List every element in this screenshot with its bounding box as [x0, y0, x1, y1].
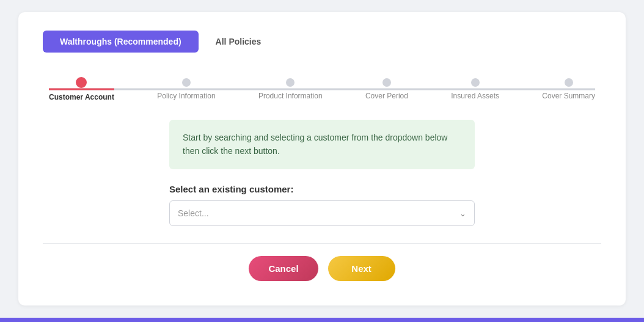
step-label-insured-assets: Insured Assets: [451, 92, 499, 100]
main-card: Walthroughs (Recommended) All Policies C…: [18, 12, 626, 306]
step-label-cover-summary: Cover Summary: [542, 92, 595, 100]
step-label-customer-account: Customer Account: [49, 93, 114, 101]
step-product-information: Product Information: [258, 78, 323, 100]
tab-row: Walthroughs (Recommended) All Policies: [43, 31, 601, 53]
action-row: Cancel Next: [43, 256, 601, 281]
step-label-cover-period: Cover Period: [365, 92, 408, 100]
next-button[interactable]: Next: [328, 256, 395, 281]
step-insured-assets: Insured Assets: [451, 78, 499, 100]
step-dot-product-information: [286, 78, 295, 87]
step-dot-customer-account: [76, 77, 87, 88]
bottom-bar: [0, 318, 644, 322]
step-label-product-information: Product Information: [258, 92, 323, 100]
step-policy-information: Policy Information: [157, 78, 215, 100]
step-dot-cover-period: [382, 78, 391, 87]
customer-select[interactable]: [169, 200, 475, 226]
info-box: Start by searching and selecting a custo…: [169, 120, 475, 169]
app-container: Walthroughs (Recommended) All Policies C…: [0, 0, 644, 322]
info-text: Start by searching and selecting a custo…: [183, 133, 447, 156]
form-area: Start by searching and selecting a custo…: [43, 120, 601, 226]
tab-all-policies[interactable]: All Policies: [199, 31, 279, 53]
step-label-policy-information: Policy Information: [157, 92, 215, 100]
select-label: Select an existing customer:: [169, 184, 293, 194]
step-cover-period: Cover Period: [365, 78, 408, 100]
tab-walkthroughs[interactable]: Walthroughs (Recommended): [43, 31, 199, 53]
step-dot-insured-assets: [471, 78, 480, 87]
step-dot-cover-summary: [565, 78, 573, 87]
divider: [43, 243, 601, 244]
cancel-button[interactable]: Cancel: [249, 256, 318, 281]
stepper: Customer Account Policy Information Prod…: [49, 77, 595, 101]
step-cover-summary: Cover Summary: [542, 78, 595, 100]
step-dot-policy-information: [182, 78, 191, 87]
select-wrapper: ⌄ Select...: [169, 200, 475, 226]
step-customer-account: Customer Account: [49, 77, 114, 101]
